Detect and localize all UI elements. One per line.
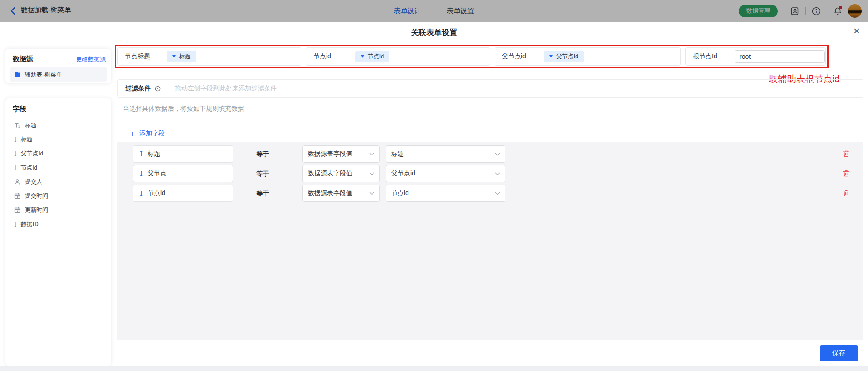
svg-text:?: ? [815,8,817,14]
app-root: 数据加载-树菜单 表单设计 表单设置 数据管理 ? [0,0,868,371]
chevron-down-icon [369,172,374,175]
field-item[interactable]: 更新时间 [13,203,104,217]
calendar-icon [14,193,20,199]
fields-card: 字段 标题 I 标题 I 父节点id I 节点id [5,98,111,366]
datasource-title: 数据源 [13,55,33,63]
fill-rules-hint: 当选择具体数据后，将按如下规则填充数据 [123,105,244,113]
caret-down-icon [172,55,176,58]
change-datasource-link[interactable]: 更改数据源 [76,55,106,63]
node-title-field-tag[interactable]: 标题 [167,51,196,62]
field-item[interactable]: 提交时间 [13,189,104,203]
text-icon: I [14,150,17,157]
datasource-card: 数据源 更改数据源 辅助表-树菜单 [5,49,111,83]
chevron-down-icon [369,153,374,156]
source-type-select[interactable]: 数据源表字段值 [302,145,380,163]
divider [827,7,827,15]
field-item[interactable]: 标题 [13,118,104,132]
source-type-select[interactable]: 数据源表字段值 [302,165,380,182]
field-list: 标题 I 标题 I 父节点id I 节点id 提交人 [13,118,104,231]
help-icon[interactable]: ? [812,6,821,15]
text-icon: I [14,136,17,143]
root-node-id-input[interactable] [735,50,825,63]
tab-form-settings[interactable]: 表单设置 [447,7,474,15]
rule-row: I 标题 等于 数据源表字段值 标题 [117,145,863,163]
operator-label: 等于 [256,185,269,202]
filter-drop-placeholder: 拖动左侧字段到此处来添加过滤条件 [175,84,277,93]
source-field-select[interactable]: 标题 [386,145,505,163]
divider [784,7,784,15]
node-id-field-tag[interactable]: 节点id [355,51,389,62]
parent-node-id-cell: 父节点id 父节点id [495,47,681,66]
source-type-select[interactable]: 数据源表字段值 [302,185,380,202]
data-manage-button[interactable]: 数据管理 [739,5,778,17]
text-icon: I [140,190,143,197]
topbar: 数据加载-树菜单 表单设计 表单设置 数据管理 ? [0,0,868,22]
person-icon [14,179,20,185]
page-bottom-edge [0,366,868,371]
chevron-down-icon [369,192,374,195]
form-title[interactable]: 数据加载-树菜单 [21,6,71,16]
text-icon: I [14,165,17,171]
operator-label: 等于 [256,165,269,182]
text-icon: I [14,221,17,227]
notification-bell-icon[interactable] [833,6,842,15]
operator-label: 等于 [256,145,269,163]
caret-down-icon [549,55,553,58]
field-item[interactable]: 提交人 [13,175,104,189]
notification-badge [839,6,842,9]
text-icon: I [140,151,143,158]
save-button[interactable]: 保存 [820,345,858,361]
root-node-id-cell: 根节点Id [685,47,826,66]
fields-title: 字段 [13,105,104,113]
filter-condition-bar[interactable]: 过滤条件 拖动左侧字段到此处来添加过滤条件 [117,79,863,98]
chevron-down-icon [495,192,500,195]
field-item[interactable]: I 节点id [13,160,104,175]
parent-node-id-field-tag[interactable]: 父节点id [544,51,584,62]
add-field-button[interactable]: ＋ 添加字段 [128,129,165,138]
rule-field-box[interactable]: I 节点id [133,185,233,202]
document-icon [14,71,21,78]
field-item[interactable]: I 父节点id [13,146,104,160]
rule-field-box[interactable]: I 标题 [133,145,233,163]
source-field-select[interactable]: 节点id [386,185,505,202]
tab-form-design[interactable]: 表单设计 [394,7,421,15]
fill-rules-panel: I 标题 等于 数据源表字段值 标题 I 父 [117,142,863,340]
rule-row: I 父节点 等于 数据源表字段值 父节点id [117,165,863,182]
delete-rule-icon[interactable] [842,150,850,158]
dashed-divider [117,120,863,120]
title-icon [14,122,20,129]
avatar[interactable] [848,4,862,18]
caret-down-icon [361,55,364,58]
delete-rule-icon[interactable] [842,170,850,177]
calendar-icon [14,207,20,213]
chevron-down-icon [495,153,500,156]
text-icon: I [140,170,143,177]
divider [805,7,806,15]
field-item[interactable]: I 数据ID [13,217,104,231]
back-icon[interactable] [10,7,15,15]
plus-icon: ＋ [128,130,136,138]
datasource-name: 辅助表-树菜单 [25,71,62,79]
delete-rule-icon[interactable] [842,189,850,197]
node-title-cell: 节点标题 标题 [117,47,301,66]
datasource-item[interactable]: 辅助表-树菜单 [10,67,107,82]
rule-field-box[interactable]: I 父节点 [133,165,233,182]
target-icon [154,85,161,92]
contacts-icon[interactable] [790,6,799,15]
rule-row: I 节点id 等于 数据源表字段值 节点id [117,185,863,202]
source-field-select[interactable]: 父节点id [386,165,505,182]
node-id-cell: 节点id 节点id [306,47,490,66]
field-item[interactable]: I 标题 [13,132,104,146]
topbar-tabs: 表单设计 表单设置 [394,7,474,15]
chevron-down-icon [495,172,500,175]
